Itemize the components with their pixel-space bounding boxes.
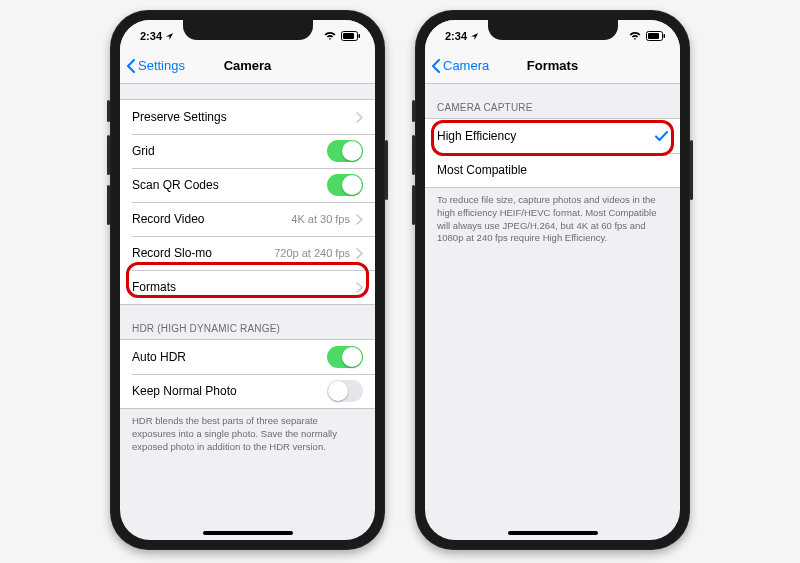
row-label: Preserve Settings [132,110,356,124]
iphone-right: 2:34 Camera Formats CAMERA CAPTURE Hig [415,10,690,550]
svg-rect-2 [343,33,354,39]
row-label: Record Video [132,212,291,226]
home-indicator[interactable] [508,531,598,535]
hdr-footer-text: HDR blends the best parts of three separ… [120,409,375,453]
location-icon [165,32,174,41]
row-label: Most Compatible [437,163,668,177]
back-label: Settings [138,58,185,73]
row-label: Grid [132,144,327,158]
row-label: Record Slo-mo [132,246,274,260]
row-most-compatible[interactable]: Most Compatible [425,153,680,187]
svg-rect-4 [664,34,666,38]
home-indicator[interactable] [203,531,293,535]
row-label: Keep Normal Photo [132,384,327,398]
notch [488,20,618,40]
camera-settings-list: Preserve Settings Grid Scan QR Codes Rec… [120,99,375,305]
row-detail: 720p at 240 fps [274,247,350,259]
row-label: Scan QR Codes [132,178,327,192]
section-header-hdr: HDR (HIGH DYNAMIC RANGE) [120,305,375,339]
row-record-slomo[interactable]: Record Slo-mo 720p at 240 fps [120,236,375,270]
battery-icon [646,31,666,41]
row-label: Auto HDR [132,350,327,364]
back-button[interactable]: Settings [126,58,185,73]
chevron-right-icon [356,248,363,259]
hdr-list: Auto HDR Keep Normal Photo [120,339,375,409]
formats-list: High Efficiency Most Compatible [425,118,680,188]
location-icon [470,32,479,41]
screen-formats: 2:34 Camera Formats CAMERA CAPTURE Hig [425,20,680,540]
nav-bar: Camera Formats [425,48,680,84]
wifi-icon [323,31,337,41]
toggle-keep-normal[interactable] [327,380,363,402]
row-detail: 4K at 30 fps [291,213,350,225]
battery-icon [341,31,361,41]
iphone-left: 2:34 Settings Camera Preserve Setting [110,10,385,550]
toggle-grid[interactable] [327,140,363,162]
row-scan-qr[interactable]: Scan QR Codes [120,168,375,202]
chevron-right-icon [356,282,363,293]
status-time: 2:34 [140,30,162,42]
notch [183,20,313,40]
row-formats[interactable]: Formats [120,270,375,304]
checkmark-icon [655,131,668,142]
nav-bar: Settings Camera [120,48,375,84]
chevron-right-icon [356,214,363,225]
toggle-auto-hdr[interactable] [327,346,363,368]
section-header-capture: CAMERA CAPTURE [425,84,680,118]
formats-footer-text: To reduce file size, capture photos and … [425,188,680,245]
screen-camera-settings: 2:34 Settings Camera Preserve Setting [120,20,375,540]
row-high-efficiency[interactable]: High Efficiency [425,119,680,153]
status-time: 2:34 [445,30,467,42]
chevron-right-icon [356,112,363,123]
back-button[interactable]: Camera [431,58,489,73]
row-record-video[interactable]: Record Video 4K at 30 fps [120,202,375,236]
chevron-left-icon [431,59,441,73]
toggle-scan-qr[interactable] [327,174,363,196]
wifi-icon [628,31,642,41]
row-label: Formats [132,280,356,294]
svg-rect-5 [648,33,659,39]
row-keep-normal[interactable]: Keep Normal Photo [120,374,375,408]
row-label: High Efficiency [437,129,655,143]
row-grid[interactable]: Grid [120,134,375,168]
back-label: Camera [443,58,489,73]
row-auto-hdr[interactable]: Auto HDR [120,340,375,374]
chevron-left-icon [126,59,136,73]
svg-rect-1 [359,34,361,38]
row-preserve-settings[interactable]: Preserve Settings [120,100,375,134]
